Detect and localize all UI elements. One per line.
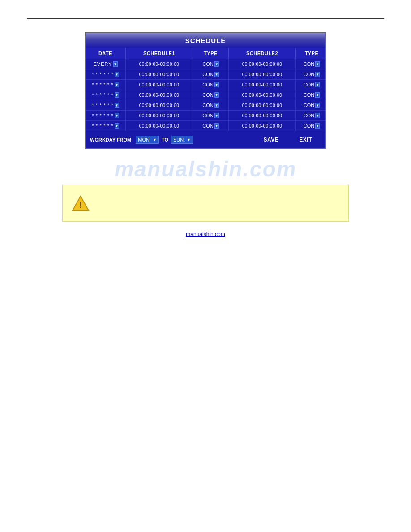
schedule2-cell-4: 00:00:00-00:00:00	[229, 100, 296, 110]
save-button[interactable]: SAVE	[255, 135, 288, 145]
col-date: DATE	[86, 48, 126, 59]
type1-dropdown-2[interactable]: ▼	[214, 82, 219, 87]
type2-dropdown-4[interactable]: ▼	[315, 103, 320, 108]
type2-cell-5: CON▼	[296, 111, 326, 120]
schedule2-cell-5: 00:00:00-00:00:00	[229, 111, 296, 120]
top-divider	[27, 18, 384, 19]
schedule2-cell-3: 00:00:00-00:00:00	[229, 90, 296, 100]
col-schedule2: SCHEDULE2	[229, 48, 296, 59]
date-dropdown-6[interactable]: ▼	[115, 123, 119, 129]
type1-cell-6: CON▼	[193, 121, 229, 131]
date-dropdown-0[interactable]: ▼	[113, 61, 118, 67]
schedule-row: * * * * * * ▼00:00:00-00:00:00CON▼00:00:…	[86, 100, 325, 111]
date-dropdown-2[interactable]: ▼	[115, 82, 119, 87]
type2-cell-1: CON▼	[296, 69, 326, 79]
bottom-link[interactable]: manualshin.com	[186, 231, 225, 237]
schedule1-cell-0: 00:00:00-00:00:00	[126, 59, 193, 69]
from-day-select[interactable]: MON. ▼	[136, 136, 159, 144]
bottom-section: manualshin.com	[27, 231, 384, 237]
date-cell-1: * * * * * * ▼	[86, 69, 126, 79]
schedule1-cell-5: 00:00:00-00:00:00	[126, 111, 193, 120]
schedule-row: * * * * * * ▼00:00:00-00:00:00CON▼00:00:…	[86, 90, 325, 100]
schedule-row: * * * * * * ▼00:00:00-00:00:00CON▼00:00:…	[86, 121, 325, 131]
col-schedule1: SCHEDULE1	[126, 48, 193, 59]
to-day-select[interactable]: SUN. ▼	[171, 136, 193, 144]
schedule2-cell-2: 00:00:00-00:00:00	[229, 80, 296, 90]
type1-cell-0: CON▼	[193, 59, 229, 69]
type2-dropdown-1[interactable]: ▼	[315, 72, 320, 77]
schedule-footer: WORKDAY FROM MON. ▼ TO SUN. ▼ SAVE EXIT	[86, 131, 325, 148]
type1-dropdown-5[interactable]: ▼	[214, 113, 219, 118]
date-cell-2: * * * * * * ▼	[86, 80, 126, 90]
type2-dropdown-6[interactable]: ▼	[315, 123, 320, 129]
schedule1-cell-3: 00:00:00-00:00:00	[126, 90, 193, 100]
type1-dropdown-6[interactable]: ▼	[214, 123, 219, 129]
schedule2-cell-1: 00:00:00-00:00:00	[229, 69, 296, 79]
to-label: TO	[162, 137, 168, 142]
exit-button[interactable]: EXIT	[290, 135, 321, 145]
type2-cell-4: CON▼	[296, 100, 326, 110]
col-type1: TYPE	[193, 48, 229, 59]
date-cell-0: EVERY ▼	[86, 59, 126, 69]
type2-dropdown-3[interactable]: ▼	[315, 92, 320, 98]
type1-cell-2: CON▼	[193, 80, 229, 90]
date-dropdown-1[interactable]: ▼	[115, 72, 119, 77]
schedule-rows: EVERY ▼00:00:00-00:00:00CON▼00:00:00-00:…	[86, 59, 325, 131]
schedule2-cell-6: 00:00:00-00:00:00	[229, 121, 296, 131]
type1-dropdown-0[interactable]: ▼	[214, 61, 219, 67]
date-cell-6: * * * * * * ▼	[86, 121, 126, 131]
schedule-row: * * * * * * ▼00:00:00-00:00:00CON▼00:00:…	[86, 69, 325, 80]
workday-from-label: WORKDAY FROM	[90, 137, 131, 142]
schedule1-cell-4: 00:00:00-00:00:00	[126, 100, 193, 110]
type1-dropdown-3[interactable]: ▼	[214, 92, 219, 98]
date-dropdown-3[interactable]: ▼	[115, 92, 119, 98]
date-dropdown-5[interactable]: ▼	[115, 113, 119, 118]
schedule-row: EVERY ▼00:00:00-00:00:00CON▼00:00:00-00:…	[86, 59, 325, 69]
type2-cell-6: CON▼	[296, 121, 326, 131]
warning-box: !	[62, 185, 349, 222]
schedule-title: SCHEDULE	[86, 33, 325, 48]
type1-dropdown-4[interactable]: ▼	[214, 103, 219, 108]
svg-text:!: !	[79, 201, 82, 210]
warning-icon: !	[72, 194, 90, 212]
type1-cell-1: CON▼	[193, 69, 229, 79]
schedule1-cell-6: 00:00:00-00:00:00	[126, 121, 193, 131]
type2-cell-3: CON▼	[296, 90, 326, 100]
col-type2: TYPE	[296, 48, 326, 59]
type2-cell-0: CON▼	[296, 59, 326, 69]
date-cell-5: * * * * * * ▼	[86, 111, 126, 120]
type2-cell-2: CON▼	[296, 80, 326, 90]
schedule-header: DATE SCHEDULE1 TYPE SCHEDULE2 TYPE	[86, 48, 325, 59]
type2-dropdown-0[interactable]: ▼	[315, 61, 320, 67]
type2-dropdown-5[interactable]: ▼	[315, 113, 320, 118]
type1-cell-4: CON▼	[193, 100, 229, 110]
type1-cell-5: CON▼	[193, 111, 229, 120]
type1-dropdown-1[interactable]: ▼	[214, 72, 219, 77]
date-cell-3: * * * * * * ▼	[86, 90, 126, 100]
schedule2-cell-0: 00:00:00-00:00:00	[229, 59, 296, 69]
schedule-dialog: SCHEDULE DATE SCHEDULE1 TYPE SCHEDULE2 T…	[85, 32, 326, 149]
date-dropdown-4[interactable]: ▼	[115, 103, 119, 108]
schedule1-cell-1: 00:00:00-00:00:00	[126, 69, 193, 79]
date-cell-4: * * * * * * ▼	[86, 100, 126, 110]
schedule-row: * * * * * * ▼00:00:00-00:00:00CON▼00:00:…	[86, 111, 325, 121]
schedule-row: * * * * * * ▼00:00:00-00:00:00CON▼00:00:…	[86, 80, 325, 90]
type1-cell-3: CON▼	[193, 90, 229, 100]
schedule1-cell-2: 00:00:00-00:00:00	[126, 80, 193, 90]
type2-dropdown-2[interactable]: ▼	[315, 82, 320, 87]
